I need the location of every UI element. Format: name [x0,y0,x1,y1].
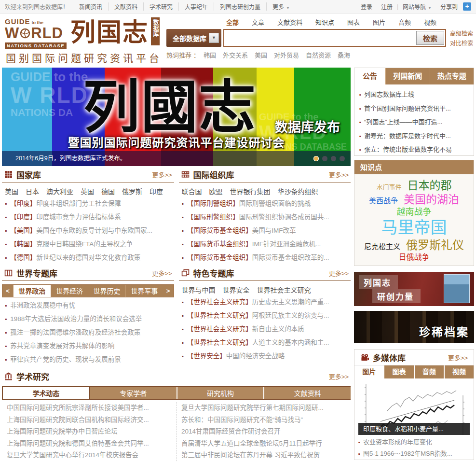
list-item[interactable]: 【世界社会主义研究】人道主义的基本内涵和主... [179,336,351,350]
list-item[interactable]: 上海国际问题研究院同联合国机构和国际经济交... [7,414,171,426]
scope-tab-articles[interactable]: 文章 [252,17,264,27]
list-item[interactable]: 【世界社会主义研究】历史虚无主义思潮的严重... [179,295,351,309]
login-link[interactable]: 登录 [356,2,377,11]
list-item[interactable]: 列国志数据库上线 [359,88,469,102]
list-item[interactable]: 【世界社会主义研究】新自由主义的本质 [179,322,351,336]
country-tag[interactable]: 英国 [81,186,94,196]
list-item[interactable]: 张立：传统出版业做数字化不易 [359,143,469,156]
scope-tab-charts[interactable]: 图表 [347,17,360,27]
hero-banner[interactable]: GUIDE to the W RLD NATIONS DA GUIDE to t… [2,68,351,166]
tabs-prev-arrow[interactable]: < [2,285,13,297]
list-item[interactable]: 【世界安全】中国的经济安全战略 [179,350,351,363]
scope-tab-knowledge[interactable]: 知识点 [315,17,334,27]
scope-tab-images[interactable]: 图片 [373,17,385,27]
mm-tab-audio[interactable]: 音频 [414,365,444,378]
hot-word[interactable]: 韩国 [204,50,216,59]
org-tag[interactable]: 世界银行集团 [230,186,271,196]
hot-word[interactable]: 自然资源 [306,50,331,59]
knowledge-word[interactable]: 水门事件 [377,183,402,191]
site-logo[interactable]: GUIDEto the W RLD NATIONS DATABASE 列国志 数… [5,17,160,49]
list-item[interactable]: 农业资本形成的年度变化 [358,436,470,448]
search-input[interactable] [224,30,414,46]
topnav-documents[interactable]: 文献资料 [108,2,143,11]
hot-word[interactable]: 外交关系 [223,50,248,59]
list-item[interactable]: 2014甘肃国际经贸合作研讨会召开 [181,426,346,438]
country-tag[interactable]: 德国 [101,186,115,196]
knowledge-word[interactable]: 美西战争 [369,196,398,206]
world-tab-politics[interactable]: 世界政治 [13,285,51,297]
list-item[interactable]: “列国志”上线——中国打造... [359,115,469,129]
list-item[interactable]: 【国际货币基金组织】国际货币基金组织改革的... [179,251,351,265]
country-tag[interactable]: 美国 [5,186,18,196]
world-tab-military[interactable]: 世界军事 [125,285,163,297]
list-item[interactable]: 上海国际问题研究院举办中日智库论坛 [7,426,171,438]
list-item[interactable]: 菲律宾共产党的历史、现状与发展前景 [2,353,174,366]
knowledge-word[interactable]: 日本的郡 [408,179,452,193]
list-item[interactable]: 上海国际问题研究院和德国艾伯特基金会共同举... [7,438,171,450]
list-item[interactable]: 中国国际问题研究所阮宗泽副所长接谈美国学者... [7,402,171,414]
mm-tab-images[interactable]: 图片 [354,365,383,378]
knowledge-word[interactable]: 尼克松主义 [364,242,400,252]
scope-tab-video[interactable]: 视频 [424,17,436,27]
carousel-dot[interactable] [340,156,345,161]
list-item[interactable]: 【印度】印度城市竞争力评估指标体系 [2,210,174,224]
scope-tab-audio[interactable]: 音频 [398,17,411,27]
select-arrow-icon[interactable]: ▼ [209,33,219,43]
knowledge-word[interactable]: 越南战争 [397,207,432,218]
carousel-dot[interactable] [331,156,336,161]
list-item[interactable]: 【德国】新世纪以来的德国对华文化教育政策 [2,251,174,265]
org-tag[interactable]: 联合国 [182,186,202,196]
register-link[interactable]: 注册 [377,2,397,11]
list-item[interactable]: 谢寿光：数据库是数字时代中... [359,129,469,143]
knowledge-word[interactable]: 俄罗斯礼仪 [406,238,464,252]
org-tag[interactable]: 华沙条约组织 [278,186,318,196]
country-tag[interactable]: 印度 [150,186,163,196]
list-item[interactable]: 复旦大学美国研究中心举行2014年校庆报告会 [7,449,171,462]
topnav-more[interactable]: 更多▼ [266,2,296,11]
hot-word[interactable]: 美国 [255,50,267,59]
list-item[interactable]: 首届清华大学五道口全球金融论坛5月11日起举行 [181,438,346,450]
list-item[interactable]: 复旦大学国际问题研究院举行第七期国际问题研... [181,402,346,414]
academic-more-link[interactable]: 更多>> [329,372,349,381]
special-tag[interactable]: 世界社会主义研究 [257,285,311,294]
share-plus-button[interactable]: + [463,2,471,11]
compare-search-link[interactable]: 对比检索 [450,39,473,47]
country-tag[interactable]: 俄罗斯 [122,186,142,196]
list-item[interactable]: 【韩国】克服中日韩围绕FTA的主导权之争 [2,238,174,251]
carousel-dot[interactable] [322,156,327,161]
tabs-next-arrow[interactable]: > [163,285,174,297]
country-tag[interactable]: 日本 [26,186,39,196]
academic-tab-dynamics[interactable]: 学术动态 [2,387,90,399]
search-button[interactable]: 检索 [416,31,444,45]
list-item[interactable]: 【国际货币基金组织】IMF针对亚洲金融危机... [179,238,351,251]
topnav-research-power[interactable]: 列国志研创力量 [214,2,266,11]
list-item[interactable]: 【印度】印度非组织部门劳工社会保障 [2,197,174,210]
special-more-link[interactable]: 更多>> [329,268,349,278]
hot-word[interactable]: 对外贸易 [274,50,299,59]
academic-tab-experts[interactable]: 专家学者 [90,387,177,399]
list-item[interactable]: 【国际货币基金组织】美国与IMF改革 [179,224,351,238]
org-tag[interactable]: 欧盟 [209,186,223,196]
list-item[interactable]: 【国际刑警组织】国际刑警组织面临的挑战 [179,197,351,210]
research-power-banner[interactable]: 列国志 研创力量 [354,272,474,306]
list-item[interactable]: 【美国】美国在中东欧的反导计划与中东欧国家... [2,224,174,238]
chart-thumbnail[interactable]: 印度粮食、水稻和小麦产量... [358,381,470,435]
topnav-news[interactable]: 新闻资讯 [73,2,108,11]
list-item[interactable]: 第三届中非民间论坛在苏丹开幕 习近平致信祝贺 [181,449,346,462]
list-item[interactable]: 苏长和：中国国际问题研究不能“骑马找马” [181,414,346,426]
list-item[interactable]: 孤注一掷的法国德维尔潘政府及经济社会政策 [2,326,174,339]
topnav-academic[interactable]: 学术研究 [143,2,178,11]
carousel-dot[interactable] [313,156,319,161]
list-item[interactable]: 图5-1 1966～1982年MSR指数... [358,448,470,460]
list-item[interactable]: 【世界社会主义研究】阿根廷民族主义的演变与... [179,309,351,322]
world-tab-economy[interactable]: 世界经济 [51,285,88,297]
database-select[interactable]: 全部数据库 ▼ [166,29,221,47]
rare-archives-banner[interactable]: 珍稀档案 [354,311,474,343]
list-item[interactable]: 【国际刑警组织】国际刑警组织协调各成员国共... [179,210,351,224]
org-more-link[interactable]: 更多>> [329,170,349,179]
world-tab-history[interactable]: 世界历史 [88,285,125,297]
news-tab-hot-topics[interactable]: 热点专题 [430,68,474,84]
world-more-link[interactable]: 更多>> [152,268,172,278]
news-tab-announcements[interactable]: 公告 [354,68,385,84]
country-more-link[interactable]: 更多>> [152,170,172,179]
